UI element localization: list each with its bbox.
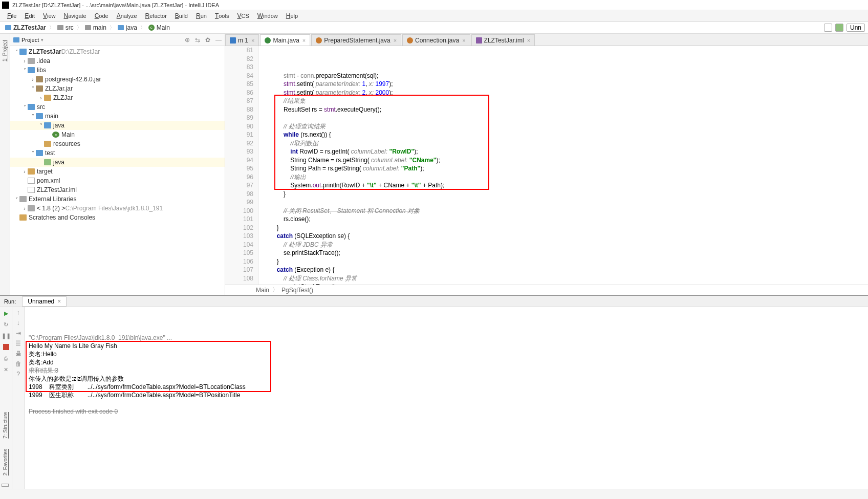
tab-m-1[interactable]: m 1× [225, 34, 259, 46]
tree-arrow-icon[interactable]: ˅ [38, 123, 44, 128]
close-icon[interactable]: × [527, 37, 530, 44]
menu-vcs[interactable]: VCS [233, 11, 253, 20]
gear-icon[interactable]: ✿ [205, 36, 210, 44]
toolbar-icon[interactable] [835, 24, 843, 32]
code-line[interactable]: //取列数据 [263, 139, 868, 148]
hide-icon[interactable]: — [215, 36, 222, 44]
code-line[interactable]: } [263, 224, 868, 232]
close-icon[interactable]: × [394, 37, 397, 44]
scroll-up-icon[interactable]: ↑ [17, 309, 20, 316]
code-area[interactable]: stmt - conn.prepareStatement(sql); stmt.… [259, 46, 868, 285]
code-line[interactable] [263, 114, 868, 122]
run-close-icon[interactable]: ✕ [2, 365, 10, 374]
pin-icon[interactable] [2, 484, 9, 487]
close-icon[interactable]: × [462, 37, 465, 44]
tree-arrow-icon[interactable]: ˅ [30, 114, 36, 119]
tab-connection-java[interactable]: Connection.java× [402, 34, 470, 46]
code-line[interactable]: rs.close(); [263, 215, 868, 224]
code-line[interactable]: e.printStackTrace(); [263, 283, 868, 285]
toolbar-icon[interactable] [824, 24, 832, 32]
code-line[interactable]: ResultSet rs = stmt.executeQuery(); [263, 105, 868, 114]
tree-row[interactable]: ›< 1.8 (2) > C:\Program Files\Java\jdk1.… [10, 204, 225, 213]
tree-arrow-icon[interactable]: ˅ [21, 68, 28, 73]
tree-row[interactable]: ˅External Libraries [10, 194, 225, 204]
rail-favorites-tab[interactable]: 2: Favorites [3, 449, 8, 475]
code-line[interactable]: while (rs.next()) { [263, 131, 868, 139]
tree-row[interactable]: ˅src [10, 102, 225, 112]
tree-arrow-icon[interactable]: ˅ [30, 86, 36, 92]
rail-structure-tab[interactable]: 7: Structure [3, 412, 8, 439]
menu-help[interactable]: Help [282, 11, 302, 20]
tree-arrow-icon[interactable]: ˅ [13, 49, 19, 55]
tree-arrow-icon[interactable]: › [21, 58, 28, 64]
soft-wrap-icon[interactable]: ⇥ [16, 330, 21, 337]
tree-arrow-icon[interactable]: ˅ [30, 150, 36, 156]
code-line[interactable]: // 处理查询结果 [263, 122, 868, 131]
close-icon[interactable]: × [57, 298, 61, 305]
toggle-icon[interactable]: ☰ [15, 340, 21, 347]
crumb-class[interactable]: Main [256, 287, 269, 294]
toolbar-button-unn[interactable]: Unn [847, 24, 865, 32]
close-icon[interactable]: × [251, 37, 254, 44]
run-console[interactable]: "C:\Program Files\Java\jdk1.8.0_191\bin\… [25, 307, 868, 494]
run-tab[interactable]: Unnamed × [22, 296, 67, 307]
menu-window[interactable]: Window [253, 11, 282, 20]
run-play-icon[interactable]: ▶ [2, 309, 10, 317]
breadcrumb-java[interactable]: java [116, 24, 139, 31]
menu-view[interactable]: View [39, 11, 60, 20]
breadcrumb-main[interactable]: main [83, 24, 108, 31]
locate-icon[interactable]: ⊕ [185, 36, 190, 44]
run-pause-icon[interactable]: ❚❚ [2, 332, 10, 340]
tree-row[interactable]: ˅ZLZTestJar D:\ZLZTestJar [10, 47, 225, 56]
print-icon[interactable]: 🖶 [15, 350, 21, 357]
tab-main-java[interactable]: Main.java× [260, 34, 310, 46]
breadcrumb-project[interactable]: ZLZTestJar [3, 24, 48, 31]
code-line[interactable]: // 处理 JDBC 异常 [263, 241, 868, 249]
tree-row[interactable]: ˅java [10, 121, 225, 130]
tree-row[interactable]: ›.idea [10, 56, 225, 66]
tree-row[interactable]: ›ZLZJar [10, 93, 225, 102]
code-line[interactable]: stmt.setInt( parameterIndex: 1, x: 1997)… [263, 80, 868, 89]
code-line[interactable]: } [263, 190, 868, 199]
tree-row[interactable]: Scratches and Consoles [10, 213, 225, 222]
code-line[interactable]: se.printStackTrace(); [263, 249, 868, 257]
breadcrumb-src[interactable]: src [55, 24, 76, 31]
menu-run[interactable]: Run [192, 11, 211, 20]
code-line[interactable]: System.out.println(RowID + "\t" + CName … [263, 181, 868, 190]
tree-row[interactable]: java [10, 158, 225, 167]
project-title[interactable]: Project [21, 37, 39, 43]
menu-code[interactable]: Code [91, 11, 113, 20]
help-icon[interactable]: ? [16, 371, 20, 378]
code-line[interactable]: String Path = rs.getString( columnLabel:… [263, 164, 868, 173]
menu-edit[interactable]: Edit [20, 11, 39, 20]
code-line[interactable] [263, 198, 868, 207]
scroll-down-icon[interactable]: ↓ [17, 319, 20, 327]
trash-icon[interactable]: 🗑 [15, 360, 21, 367]
run-rerun-icon[interactable]: ↻ [2, 320, 10, 329]
run-dump-icon[interactable]: ⎙ [2, 354, 10, 362]
code-line[interactable]: } [263, 257, 868, 266]
code-line[interactable]: // 关闭 ResultSet、 Statement 和 Connection … [263, 207, 868, 215]
tree-row[interactable]: ˅main [10, 112, 225, 121]
tree-row[interactable]: ˅ZLZJar.jar [10, 84, 225, 93]
tree-row[interactable]: ZLZTestJar.iml [10, 185, 225, 194]
code-line[interactable]: stmt - conn.prepareStatement(sql); [263, 72, 868, 80]
menu-navigate[interactable]: Navigate [60, 11, 91, 20]
code-line[interactable]: String CName = rs.getString( columnLabel… [263, 156, 868, 165]
project-tree[interactable]: ˅ZLZTestJar D:\ZLZTestJar›.idea˅libs›pos… [10, 46, 225, 295]
breadcrumb-file[interactable]: cMain [146, 24, 172, 31]
code-line[interactable]: //输出 [263, 173, 868, 182]
run-stop-icon[interactable] [2, 343, 10, 351]
code-line[interactable]: stmt.setInt( parameterIndex: 2, x: 2000)… [263, 89, 868, 97]
menu-tools[interactable]: Tools [211, 11, 233, 20]
tree-arrow-icon[interactable]: › [30, 77, 36, 82]
tree-arrow-icon[interactable]: › [21, 206, 28, 211]
tree-arrow-icon[interactable]: ˅ [13, 197, 19, 202]
tree-row[interactable]: ›postgresql-42.6.0.jar [10, 75, 225, 84]
code-line[interactable]: int RowID = rs.getInt( columnLabel: "Row… [263, 147, 868, 156]
code-line[interactable]: catch (SQLException se) { [263, 232, 868, 241]
tree-row[interactable]: resources [10, 139, 225, 148]
collapse-icon[interactable]: ⇆ [195, 36, 200, 44]
tree-row[interactable]: cMain [10, 130, 225, 139]
crumb-method[interactable]: PgSqlTest() [281, 287, 313, 294]
